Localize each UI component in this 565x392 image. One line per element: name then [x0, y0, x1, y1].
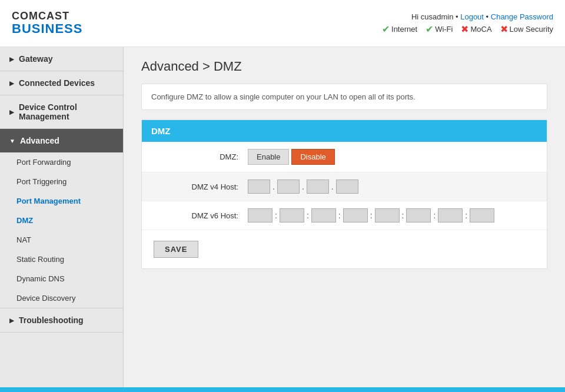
- dmz-enable-row: DMZ: Enable Disable: [142, 142, 547, 172]
- dmz-v6-row: DMZ v6 Host: : : : : : :: [142, 201, 547, 230]
- status-bar: ✔ Internet ✔ Wi-Fi ✖ MoCA ✖ Low Security: [382, 24, 553, 35]
- ipv4-octet-3[interactable]: [307, 180, 329, 194]
- sidebar-port-forwarding-label: Port Forwarding: [16, 158, 71, 167]
- info-text: Configure DMZ to allow a single computer…: [151, 92, 416, 101]
- sidebar-nat-label: NAT: [16, 235, 31, 244]
- header: COMCAST BUSINESS Hi cusadmin • Logout • …: [0, 0, 565, 47]
- sidebar-advanced-label: Advanced: [20, 136, 59, 145]
- sidebar-item-nat[interactable]: NAT: [0, 230, 123, 250]
- status-low-security-label: Low Security: [510, 25, 553, 34]
- status-wifi: ✔ Wi-Fi: [426, 24, 453, 35]
- ipv6-field-4[interactable]: [343, 208, 368, 222]
- main-content: Advanced > DMZ Configure DMZ to allow a …: [124, 47, 565, 388]
- sidebar-connected-devices-header[interactable]: ▶ Connected Devices: [0, 71, 123, 95]
- ipv6-field-5[interactable]: [375, 208, 400, 222]
- colon-sep-3: :: [338, 211, 341, 220]
- sidebar-item-port-management[interactable]: Port Management: [0, 191, 123, 211]
- sidebar-item-port-forwarding[interactable]: Port Forwarding: [0, 152, 123, 172]
- status-moca-icon: ✖: [461, 24, 468, 35]
- sidebar-device-control-header[interactable]: ▶ Device Control Management: [0, 95, 123, 128]
- save-row: SAVE: [142, 230, 547, 268]
- card-title: DMZ: [151, 126, 171, 136]
- sidebar-device-control-label: Device Control Management: [19, 102, 114, 121]
- dot-sep-1: .: [272, 182, 275, 191]
- dmz-v4-controls: . . .: [248, 180, 358, 194]
- ipv6-field-7[interactable]: [438, 208, 463, 222]
- enable-button[interactable]: Enable: [248, 149, 289, 165]
- save-button[interactable]: SAVE: [154, 241, 198, 258]
- ipv4-octet-1[interactable]: [248, 180, 270, 194]
- disable-button[interactable]: Disable: [291, 149, 334, 165]
- sidebar-section-connected-devices: ▶ Connected Devices: [0, 71, 123, 95]
- colon-sep-1: :: [275, 211, 277, 220]
- separator2: •: [486, 12, 491, 21]
- colon-sep-4: :: [370, 211, 373, 220]
- logo: COMCAST BUSINESS: [12, 11, 82, 36]
- sidebar-device-discovery-label: Device Discovery: [16, 294, 75, 303]
- change-password-link[interactable]: Change Password: [491, 12, 553, 21]
- dmz-v4-label: DMZ v4 Host:: [154, 182, 248, 191]
- sidebar-dynamic-dns-label: Dynamic DNS: [16, 274, 65, 283]
- header-right: Hi cusadmin • Logout • Change Password ✔…: [382, 12, 553, 35]
- dmz-v6-label: DMZ v6 Host:: [154, 211, 248, 220]
- sidebar-item-static-routing[interactable]: Static Routing: [0, 250, 123, 269]
- colon-sep-7: :: [465, 211, 467, 220]
- sidebar: ▶ Gateway ▶ Connected Devices ▶ Device C…: [0, 47, 124, 388]
- breadcrumb: Advanced > DMZ: [141, 59, 242, 74]
- sidebar-port-management-label: Port Management: [16, 197, 81, 205]
- ipv6-field-2[interactable]: [280, 208, 304, 222]
- greeting-text: Hi cusadmin: [411, 12, 454, 21]
- card-header: DMZ: [142, 120, 547, 142]
- status-moca: ✖ MoCA: [461, 24, 491, 35]
- sidebar-static-routing-label: Static Routing: [16, 255, 64, 264]
- sidebar-port-triggering-label: Port Triggering: [16, 177, 67, 186]
- sidebar-gateway-label: Gateway: [19, 54, 53, 64]
- sidebar-item-dynamic-dns[interactable]: Dynamic DNS: [0, 269, 123, 288]
- sidebar-dmz-label: DMZ: [16, 216, 33, 225]
- dot-sep-3: .: [331, 182, 334, 191]
- header-top-line: Hi cusadmin • Logout • Change Password: [382, 12, 553, 21]
- sidebar-item-port-triggering[interactable]: Port Triggering: [0, 172, 123, 191]
- colon-sep-5: :: [402, 211, 404, 220]
- layout: ▶ Gateway ▶ Connected Devices ▶ Device C…: [0, 47, 565, 388]
- dot-sep-2: .: [302, 182, 304, 191]
- separator1: •: [456, 12, 460, 21]
- ipv6-field-8[interactable]: [470, 208, 494, 222]
- chevron-right-icon-3: ▶: [9, 109, 14, 115]
- status-internet: ✔ Internet: [382, 24, 417, 35]
- dmz-v4-row: DMZ v4 Host: . . .: [142, 172, 547, 201]
- card-body: DMZ: Enable Disable DMZ v4 Host: . .: [142, 142, 547, 268]
- ipv6-field-6[interactable]: [406, 208, 431, 222]
- footer-bar: [0, 387, 565, 388]
- status-internet-label: Internet: [391, 25, 417, 34]
- dmz-label: DMZ:: [154, 152, 248, 161]
- ipv6-field-3[interactable]: [311, 208, 336, 222]
- sidebar-section-gateway: ▶ Gateway: [0, 47, 123, 71]
- sidebar-section-advanced: ▼ Advanced Port Forwarding Port Triggeri…: [0, 129, 123, 308]
- status-wifi-icon: ✔: [426, 24, 433, 35]
- sidebar-troubleshooting-label: Troubleshooting: [19, 315, 84, 325]
- ipv6-field-1[interactable]: [248, 208, 272, 222]
- dmz-v6-controls: : : : : : : :: [248, 208, 494, 222]
- chevron-down-icon: ▼: [9, 138, 15, 144]
- sidebar-advanced-header[interactable]: ▼ Advanced: [0, 129, 123, 152]
- info-box: Configure DMZ to allow a single computer…: [141, 84, 547, 110]
- logout-link[interactable]: Logout: [460, 12, 484, 21]
- status-wifi-label: Wi-Fi: [435, 25, 453, 34]
- chevron-right-icon-2: ▶: [9, 80, 14, 87]
- page-title: Advanced > DMZ: [141, 59, 547, 74]
- ipv4-octet-4[interactable]: [336, 180, 358, 194]
- sidebar-item-device-discovery[interactable]: Device Discovery: [0, 288, 123, 308]
- chevron-right-icon-4: ▶: [9, 317, 14, 324]
- ipv4-octet-2[interactable]: [277, 180, 300, 194]
- sidebar-section-device-control: ▶ Device Control Management: [0, 95, 123, 129]
- logo-comcast: COMCAST: [12, 11, 82, 22]
- status-ok-icon: ✔: [382, 24, 390, 35]
- sidebar-troubleshooting-header[interactable]: ▶ Troubleshooting: [0, 308, 123, 332]
- sidebar-connected-devices-label: Connected Devices: [19, 78, 95, 88]
- status-low-security: ✖ Low Security: [500, 24, 553, 35]
- sidebar-item-dmz[interactable]: DMZ: [0, 211, 123, 230]
- dmz-controls: Enable Disable: [248, 149, 335, 165]
- logo-business: BUSINESS: [12, 22, 82, 36]
- sidebar-gateway-header[interactable]: ▶ Gateway: [0, 47, 123, 71]
